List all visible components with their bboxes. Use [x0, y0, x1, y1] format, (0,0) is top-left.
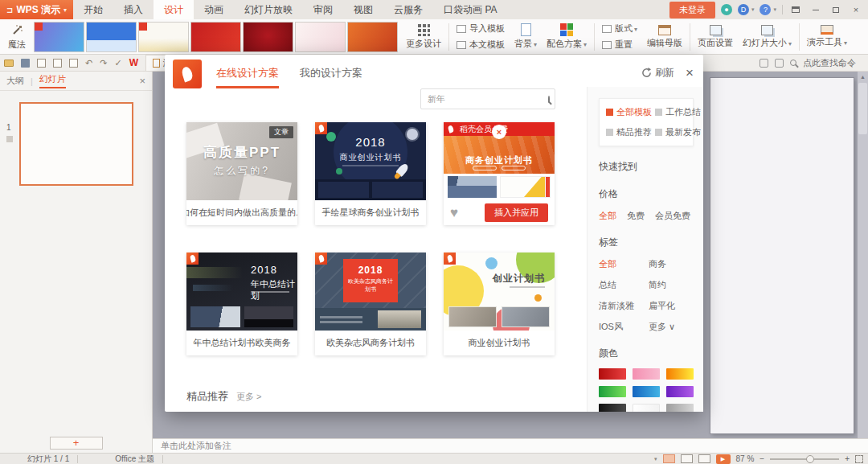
present-tools-button[interactable]: 演示工具 [802, 21, 852, 53]
open-icon[interactable] [4, 60, 14, 67]
more-design-button[interactable]: 更多设计 [401, 21, 446, 53]
minimize-button[interactable] [809, 3, 823, 16]
template-card-magazine[interactable]: 2018 欧美杂志风商务计划书 欧美杂志风商务计划书 [315, 253, 426, 355]
template-card-midyear[interactable]: 2018 年中总结计划 年中总结计划书欧美商务 [186, 253, 297, 355]
tab-pocket-animation[interactable]: 口袋动画 PA [433, 0, 507, 19]
tag-summary[interactable]: 总结 [599, 279, 649, 291]
slide-thumbnail-1[interactable] [19, 102, 133, 186]
user-icon[interactable] [760, 59, 768, 68]
edit-master-button[interactable]: 编辑母版 [642, 21, 687, 53]
export-icon[interactable] [37, 59, 46, 68]
gallery-template-3[interactable] [138, 22, 189, 52]
reset-button[interactable]: 重置 [602, 39, 637, 51]
filter-work-summary[interactable]: 工作总结 [655, 106, 701, 118]
dialog-close-icon[interactable]: × [686, 66, 694, 80]
magic-button[interactable]: 魔法 [3, 21, 31, 53]
page-setup-button[interactable]: 页面设置 [693, 21, 738, 53]
print-icon[interactable] [53, 59, 62, 68]
search-input[interactable] [421, 94, 548, 104]
swatch-pink[interactable] [633, 368, 660, 380]
tab-review[interactable]: 审阅 [303, 0, 343, 19]
tag-ios[interactable]: IOS风 [599, 321, 649, 333]
filter-newest[interactable]: 最新发布 [655, 126, 701, 138]
scrollbar-thumb[interactable] [858, 83, 867, 134]
color-scheme-button[interactable]: 配色方案 [542, 21, 592, 53]
swatch-blue[interactable] [633, 386, 660, 397]
close-button[interactable]: × [849, 3, 863, 16]
import-template-button[interactable]: 导入模板 [457, 23, 505, 35]
gallery-template-5[interactable] [243, 22, 293, 52]
price-all[interactable]: 全部 [599, 210, 616, 222]
search-icon[interactable] [548, 96, 550, 103]
notes-bar[interactable]: 单击此处添加备注 [153, 438, 868, 453]
help-icon[interactable]: ? [760, 4, 771, 15]
gallery-template-4[interactable] [190, 22, 241, 52]
normal-view-button[interactable] [663, 454, 675, 463]
slide-sorter-button[interactable] [681, 454, 693, 463]
price-member-free[interactable]: 会员免费 [655, 210, 690, 222]
insert-apply-button[interactable]: 插入并应用 [485, 203, 548, 222]
template-card-member[interactable]: 稻壳会员免费 × 商务创业计划书 [444, 122, 555, 225]
tag-fresh[interactable]: 清新淡雅 [599, 300, 649, 312]
docer-icon[interactable]: D [738, 4, 749, 15]
tab-my-designs[interactable]: 我的设计方案 [300, 66, 362, 88]
fit-to-window-button[interactable] [855, 455, 863, 463]
dismiss-icon[interactable]: × [492, 125, 506, 139]
background-button[interactable]: 背景 [510, 21, 542, 53]
premium-more-link[interactable]: 更多 > [236, 391, 261, 403]
tab-cloud[interactable]: 云服务 [383, 0, 433, 19]
zoom-slider-thumb[interactable] [806, 455, 814, 463]
scroll-up-icon[interactable]: ▲ [858, 72, 868, 80]
tag-business[interactable]: 商务 [649, 258, 694, 270]
undo-icon[interactable]: ↶ [85, 59, 92, 68]
vertical-scrollbar[interactable]: ▲ [858, 72, 868, 438]
layout-button[interactable]: 版式 [602, 23, 637, 35]
swatch-gray[interactable] [666, 404, 694, 412]
restore-button[interactable] [829, 3, 843, 16]
tab-view[interactable]: 视图 [343, 0, 383, 19]
template-card-startup[interactable]: 创业计划书 商业创业计划书 [444, 253, 555, 355]
favorite-heart-icon[interactable]: ♥ [450, 206, 458, 220]
monitor-icon[interactable] [775, 59, 784, 68]
find-command-label[interactable]: 点此查找命令 [803, 57, 856, 69]
tab-animation[interactable]: 动画 [194, 0, 234, 19]
slide-page[interactable] [710, 78, 854, 433]
close-icon[interactable]: × [139, 75, 145, 87]
chevron-icon[interactable]: ▾ [654, 456, 657, 462]
tab-slideshow[interactable]: 幻灯片放映 [234, 0, 303, 19]
ribbon-collapse-button[interactable] [788, 3, 803, 16]
price-free[interactable]: 免费 [627, 210, 645, 222]
gallery-template-1[interactable] [34, 22, 84, 52]
template-card-article[interactable]: 高质量PPT 怎么写的? 文章 如何在短时间内做出高质量的... [186, 122, 297, 225]
filter-premium[interactable]: 精品推荐 [606, 126, 652, 138]
tab-home[interactable]: 开始 [73, 0, 113, 19]
print-preview-icon[interactable] [69, 59, 78, 68]
swatch-orange-yellow[interactable] [666, 368, 694, 380]
reading-view-button[interactable] [698, 454, 710, 463]
swatch-green[interactable] [599, 386, 626, 397]
save-icon[interactable] [21, 59, 30, 68]
swatch-black[interactable] [599, 404, 626, 412]
gallery-template-6[interactable] [295, 22, 346, 52]
tab-outline[interactable]: 大纲 [6, 75, 24, 87]
tag-minimal[interactable]: 简约 [649, 279, 694, 291]
swatch-red[interactable] [599, 368, 626, 380]
tag-flat[interactable]: 扁平化 [649, 300, 694, 312]
tab-slides[interactable]: 幻灯片 [39, 73, 66, 88]
tab-online-designs[interactable]: 在线设计方案 [216, 66, 279, 88]
format-check-icon[interactable]: ✓ [114, 59, 121, 68]
tab-design[interactable]: 设计 [154, 0, 194, 19]
text-template-button[interactable]: 本文模板 [457, 39, 505, 51]
wps-logo[interactable]: ⊐ WPS 演示 ▾ [0, 0, 73, 19]
swatch-white[interactable] [633, 404, 660, 412]
cloud-sync-icon[interactable]: ● [721, 4, 732, 15]
gallery-template-2[interactable] [86, 22, 137, 52]
redo-icon[interactable]: ↷ [100, 59, 107, 68]
zoom-slider[interactable] [770, 458, 839, 460]
tag-more[interactable]: 更多 ∨ [649, 321, 694, 333]
login-button[interactable]: 未登录 [669, 2, 715, 18]
search-box[interactable] [420, 88, 555, 109]
filter-all-templates[interactable]: 全部模板 [606, 106, 652, 118]
add-slide-button[interactable]: + [50, 437, 103, 450]
template-card-planet[interactable]: 2018 商业创业计划书 手绘星球商务创业计划书 [315, 122, 426, 225]
